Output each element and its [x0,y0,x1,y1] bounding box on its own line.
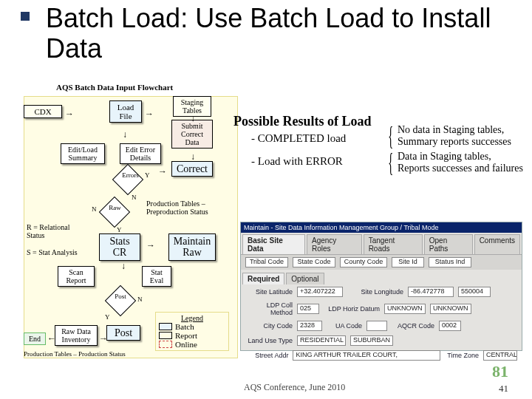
lbl-addr: Street Addr [245,352,288,359]
main-tabs: Basic Site Data Agency Roles Tangent Roa… [241,233,522,254]
note-s-stat: S = Stat Analysis [27,248,86,256]
label-y-errors: Y [145,171,150,179]
val-land[interactable]: RESIDENTIAL [297,335,346,346]
note2-line2: Reports successes and failures [398,163,523,174]
tab-agency-roles[interactable]: Agency Roles [307,234,362,254]
col-siteid: Site Id [392,257,424,267]
legend-title: Legend [159,314,225,322]
val-tzone[interactable]: CENTRAL [483,350,517,361]
note1-line2: Summary reports successes [398,136,511,148]
val-datum[interactable]: UNKNOWN [384,304,426,314]
tab-basic-site-data[interactable]: Basic Site Data [242,234,305,254]
result-completed: - COMPLETED load [251,132,346,146]
panel-title: Maintain - Site Data Information Managem… [241,222,522,233]
label-n-raw: N [92,205,97,213]
col-county: County Code [340,257,387,267]
label-n-post: N [137,296,143,303]
node-load-file: Load File [109,100,142,123]
lbl-coll-method: LDP Coll Method [245,301,293,316]
legend-online: Online [175,340,197,349]
footer-text: AQS Conference, June 2010 [244,382,345,393]
label-y-post: Y [105,313,110,321]
tab-tangent-roads[interactable]: Tangent Roads [364,234,423,254]
label-prod-status: Production Tables – Production Status [24,350,126,358]
node-maintain-raw: Maintain Raw [168,233,216,261]
col-status: Status Ind [429,257,471,267]
val-aqcr[interactable]: 0002 [439,321,461,331]
val-suffix[interactable]: 550004 [458,287,491,297]
subtab-required[interactable]: Required [242,273,284,284]
app-panel: Maintain - Site Data Information Managem… [240,222,522,351]
legend-report: Report [175,331,197,340]
note1-line1: No data in Staging tables, [398,124,511,136]
col-state: State Code [293,257,335,267]
val-datum-desc[interactable]: UNKNOWN [430,304,471,314]
node-scan-report: Scan Report [58,266,95,287]
node-submit-correct: Submit Correct Data [171,120,213,149]
lbl-land: Land Use Type [245,337,293,344]
val-coll-method[interactable]: 025 [297,304,319,314]
node-stats-cr: Stats CR [99,233,140,261]
val-ua[interactable] [366,321,387,331]
legend-box: Legend Batch Report Online [155,312,229,351]
node-edit-error-details: Edit Error Details [120,143,161,164]
note-r-relational: R = Relational Status [27,223,86,239]
page-title: Batch Load: Use Batch Load to Install Da… [46,3,532,64]
lbl-site-lon: Site Longitude [347,288,403,296]
tab-open-paths[interactable]: Open Paths [424,234,473,254]
label-n-errors: N [132,194,137,201]
lbl-datum: LDP Horiz Datum [324,305,380,313]
node-cdx: CDX [24,105,62,118]
page-number-big: 81 [492,362,508,381]
lbl-aqcr: AQCR Code [392,322,434,330]
val-site-lat[interactable]: +32.407222 [297,287,343,297]
val-addr[interactable]: KING ARTHUR TRAILER COURT, PRATTVILLE, A… [293,350,440,361]
legend-batch: Batch [175,322,194,331]
val-sub[interactable]: SUBURBAN [350,335,393,346]
lbl-tzone: Time Zone [445,352,479,359]
node-end: End [24,332,46,345]
col-tribal: Tribal Code [245,257,288,267]
page-number-small: 41 [499,383,508,395]
subtab-optional[interactable]: Optional [286,273,324,284]
bullet-marker [21,12,30,21]
lbl-city: City Code [245,322,293,330]
result-error: - Load with ERROR [251,154,346,168]
flowchart-caption: AQS Batch Data Input Flowchart [56,83,173,92]
node-post: Post [106,325,140,341]
brace-2: { [388,152,393,174]
note2-line1: Data in Staging tables, [398,151,523,163]
node-stat-eval: Stat Eval [142,266,171,287]
label-y-raw: Y [117,226,122,233]
tab-comments[interactable]: Comments [474,234,520,254]
label-prod-preprod: Production Tables – Preproduction Status [146,200,228,216]
node-raw-data-inventory: Raw Data Inventory [55,325,98,346]
lbl-site-lat: Site Latitude [245,288,293,296]
val-city[interactable]: 2328 [297,321,322,331]
lbl-ua: UA Code [327,322,362,330]
results-heading: Possible Results of Load [233,114,372,129]
val-site-lon[interactable]: -86.472778 [408,287,454,297]
node-edit-load-summary: Edit/Load Summary [61,143,105,164]
node-correct: Correct [171,161,213,177]
brace-1: { [388,126,393,147]
